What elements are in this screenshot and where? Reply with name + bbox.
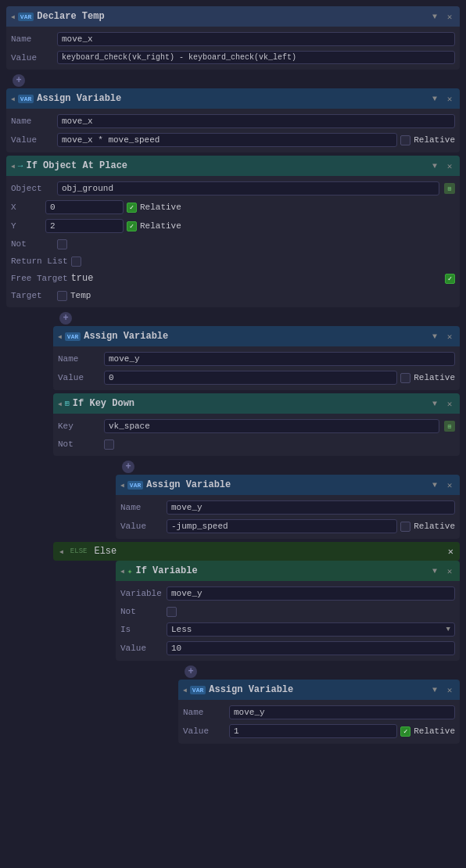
assign-var-4-close[interactable]: ✕ [444,684,455,695]
assign-var-2-body: Name Value Relative [53,346,460,390]
assign-var-3-body: Name Value Relative [116,495,460,539]
if-key-keyboard-icon[interactable]: ⊞ [444,421,455,432]
assign-var-3-value-input[interactable] [167,519,397,533]
add-block-btn-1[interactable]: + [13,74,25,87]
if-variable-is-dropdown-icon: ▼ [446,626,450,633]
assign-var-3-header: ◀ VAR Assign Variable ▼ ✕ [116,475,460,495]
assign-var-4-value-input[interactable] [229,724,397,738]
if-key-down-block: ◀ ⊞ If Key Down ▼ ✕ Key ⊞ Not [53,393,460,456]
add-block-btn-2[interactable]: + [59,312,72,325]
if-key-arrow[interactable]: ▼ [428,397,441,410]
if-object-target-checkbox[interactable] [57,291,67,301]
if-object-object-input[interactable] [57,181,439,195]
assign-var-2-relative-checkbox[interactable] [400,373,410,383]
if-object-object-row: Object ⊞ [11,179,455,198]
assign-var-2-icon: VAR [65,332,81,341]
assign-var-2-close[interactable]: ✕ [444,331,455,342]
assign-var-2-title: Assign Variable [84,331,425,342]
else-collapse-icon[interactable]: ◀ [59,548,63,555]
if-object-not-label: Not [11,239,54,249]
declare-temp-body: Name Value [6,27,460,70]
if-object-close[interactable]: ✕ [444,160,455,171]
assign-var-1-close[interactable]: ✕ [444,93,455,104]
assign-var-2-arrow[interactable]: ▼ [428,330,441,343]
if-variable-arrow[interactable]: ▼ [428,565,441,577]
assign-var-1-value-label: Value [11,135,54,145]
assign-var-2-collapse-icon[interactable]: ◀ [58,333,62,340]
declare-temp-value-input[interactable] [57,51,455,64]
if-variable-is-select[interactable]: Less ▼ [167,622,455,637]
if-variable-variable-label: Variable [120,589,163,598]
if-object-x-input[interactable] [45,200,124,214]
if-variable-close[interactable]: ✕ [444,565,455,576]
if-object-free-target-value: true [71,273,442,284]
if-key-key-input[interactable] [104,419,439,433]
if-variable-collapse-icon[interactable]: ◀ [120,568,124,575]
if-object-x-row: X Relative [11,198,455,217]
var-icon: VAR [18,13,34,21]
assign-var-1-icon: VAR [18,95,34,103]
plus-connector-2: + [59,310,460,326]
if-object-body: Object ⊞ X Relative Y Relative Not [6,176,460,307]
if-object-title: If Object At Place [26,160,425,171]
if-variable-value-label: Value [120,644,163,653]
add-block-btn-3[interactable]: + [122,461,134,473]
if-key-collapse-icon[interactable]: ◀ [58,400,62,407]
if-variable-value-input[interactable] [167,641,455,655]
declare-temp-title: Declare Temp [37,11,425,22]
if-object-y-input[interactable] [45,219,124,233]
if-variable-is-label: Is [120,625,163,634]
if-variable-is-value: Less [171,625,192,634]
add-block-btn-4[interactable]: + [185,665,197,678]
declare-temp-value-label: Value [11,53,54,63]
if-object-return-list-checkbox[interactable] [71,256,81,267]
if-object-free-target-label: Free Target [11,274,68,283]
if-variable-not-checkbox[interactable] [167,607,177,617]
assign-var-2-value-input[interactable] [104,371,397,385]
if-variable-not-label: Not [120,607,163,616]
assign-var-3-value-label: Value [120,522,163,531]
if-object-free-target-checkbox[interactable] [445,274,455,284]
assign-var-3-name-row: Name [120,498,455,517]
if-variable-variable-input[interactable] [167,586,455,601]
assign-var-1-title: Assign Variable [37,93,425,104]
else-close[interactable]: ✕ [448,546,453,558]
assign-var-3-arrow[interactable]: ▼ [428,479,441,491]
assign-var-3-relative-checkbox[interactable] [400,522,410,532]
if-object-grid-icon[interactable]: ⊞ [444,183,455,194]
assign-var-4-block: ◀ VAR Assign Variable ▼ ✕ Name Value [178,680,460,744]
if-object-y-relative-checkbox[interactable] [127,221,137,231]
assign-var-2-name-input[interactable] [104,352,455,366]
if-key-not-checkbox[interactable] [104,439,114,450]
assign-var-3-name-label: Name [120,503,163,512]
collapse-icon[interactable]: ◀ [11,13,15,20]
declare-temp-name-row: Name [11,30,455,48]
if-key-close[interactable]: ✕ [444,398,455,409]
assign-var-4-relative-checkbox[interactable] [400,726,410,737]
assign-var-4-collapse-icon[interactable]: ◀ [183,687,187,694]
assign-var-3-value-row: Value Relative [120,517,455,536]
assign-var-1-collapse-icon[interactable]: ◀ [11,95,15,102]
assign-var-1-value-input[interactable] [57,133,397,147]
if-key-down-header: ◀ ⊞ If Key Down ▼ ✕ [53,393,460,414]
if-object-not-checkbox[interactable] [57,239,67,249]
assign-var-4-body: Name Value Relative [178,700,460,744]
assign-var-1-relative-checkbox[interactable] [400,135,410,145]
assign-var-4-name-input[interactable] [229,705,455,719]
assign-var-2-block: ◀ VAR Assign Variable ▼ ✕ Name Value Rel… [53,326,460,390]
declare-temp-name-input[interactable] [57,32,455,46]
if-object-x-relative-checkbox[interactable] [127,203,137,213]
if-object-header: ◀ → If Object At Place ▼ ✕ [6,156,460,176]
assign-var-1-arrow[interactable]: ▼ [428,92,441,105]
assign-var-3-collapse-icon[interactable]: ◀ [120,482,124,489]
assign-var-3-close[interactable]: ✕ [444,479,455,490]
assign-var-3-name-input[interactable] [167,500,455,515]
declare-temp-close[interactable]: ✕ [444,11,455,22]
assign-var-4-arrow[interactable]: ▼ [428,683,441,696]
assign-var-4-relative-label: Relative [414,726,455,736]
assign-var-1-name-input[interactable] [57,114,455,128]
if-object-arrow-icon: → [18,161,23,170]
declare-temp-arrow[interactable]: ▼ [428,10,441,23]
if-object-arrow-btn[interactable]: ▼ [428,160,441,172]
if-object-collapse-icon[interactable]: ◀ [11,163,15,170]
